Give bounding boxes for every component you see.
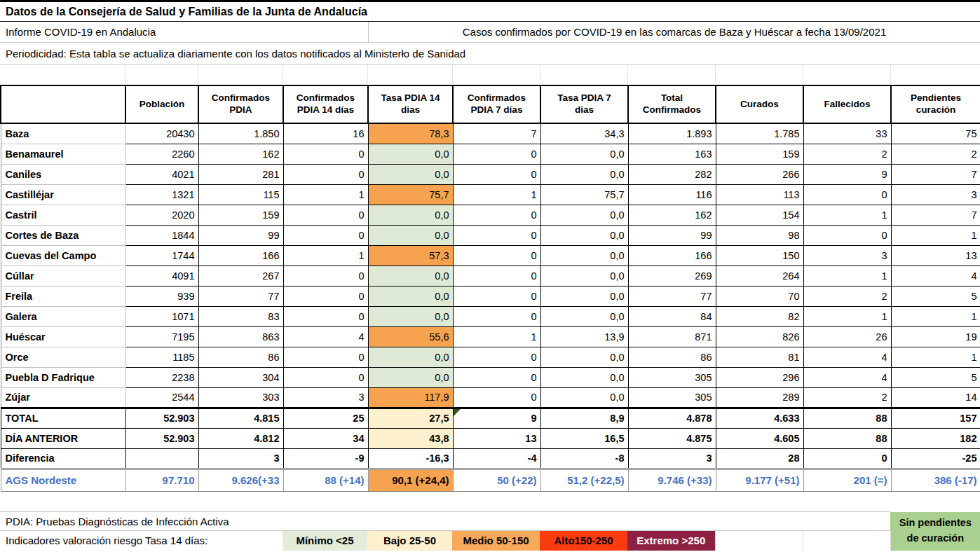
cell[interactable]: 117,9 (368, 387, 453, 408)
cell[interactable]: 52.903 (125, 408, 198, 428)
cell[interactable]: 0,0 (540, 164, 628, 184)
cell[interactable]: 0 (453, 367, 540, 387)
cell[interactable]: 162 (198, 144, 283, 164)
cell[interactable]: 0 (453, 205, 540, 225)
cell[interactable]: 43,8 (368, 428, 453, 448)
cell[interactable]: 88 (803, 408, 891, 428)
cell[interactable]: 81 (716, 347, 803, 367)
cell[interactable]: 4 (803, 347, 891, 367)
cell[interactable]: 3 (283, 387, 368, 408)
cell[interactable]: 75,7 (540, 184, 628, 205)
cell[interactable]: 1 (283, 245, 368, 265)
cell[interactable]: 1 (803, 265, 891, 286)
cell[interactable]: 4.812 (198, 428, 283, 448)
cell[interactable]: 0,0 (540, 306, 628, 326)
cell[interactable]: 871 (628, 326, 716, 347)
cell[interactable]: 826 (716, 326, 803, 347)
cell[interactable]: 5 (891, 367, 980, 387)
cell[interactable]: 77 (628, 286, 716, 306)
cell[interactable]: 4.633 (716, 408, 803, 428)
cell[interactable]: 51,2 (+22,5) (540, 469, 628, 491)
cell[interactable]: 33 (803, 123, 891, 144)
cell[interactable]: 75 (891, 123, 980, 144)
cell[interactable]: 4.875 (628, 428, 716, 448)
cell[interactable]: 82 (716, 306, 803, 326)
column-header[interactable]: Pendientes curación (891, 85, 980, 123)
row-label[interactable]: Cúllar (1, 265, 125, 286)
cell[interactable]: 0 (283, 225, 368, 245)
cell[interactable]: 8,9 (540, 408, 628, 428)
cell[interactable]: -9 (283, 448, 368, 469)
cell[interactable]: 113 (716, 184, 803, 205)
cell[interactable]: 55,6 (368, 326, 453, 347)
cell[interactable]: 5 (891, 286, 980, 306)
cell[interactable]: 7 (891, 164, 980, 184)
row-label[interactable]: Zújar (1, 387, 125, 408)
cell[interactable]: 0,0 (540, 265, 628, 286)
cell[interactable]: 3 (628, 448, 716, 469)
cell[interactable]: 7195 (125, 326, 198, 347)
cell[interactable]: 1 (803, 306, 891, 326)
cell[interactable]: 0,0 (540, 225, 628, 245)
column-header[interactable]: Curados (716, 85, 803, 123)
cell[interactable]: 88 (803, 428, 891, 448)
column-header[interactable]: Confirmados PDIA 14 días (283, 85, 368, 123)
cell[interactable]: 1.850 (198, 123, 283, 144)
cell[interactable]: 266 (716, 164, 803, 184)
cell[interactable]: 77 (198, 286, 283, 306)
sheet-title[interactable]: Datos de la Consejería de Salud y Famili… (0, 0, 980, 22)
cell[interactable]: 157 (891, 408, 980, 428)
cell[interactable]: 166 (198, 245, 283, 265)
row-label[interactable]: Baza (1, 123, 125, 144)
cell[interactable]: 0,0 (368, 225, 453, 245)
corner-cell[interactable] (1, 85, 125, 123)
cell[interactable]: 2020 (125, 205, 198, 225)
cell[interactable]: 267 (198, 265, 283, 286)
cell[interactable]: 0 (283, 306, 368, 326)
cell[interactable]: 1 (283, 184, 368, 205)
cell[interactable]: 2 (803, 286, 891, 306)
cell[interactable]: 2 (803, 387, 891, 408)
cell[interactable]: 0,0 (540, 347, 628, 367)
cell[interactable]: 78,3 (368, 123, 453, 144)
cell[interactable]: 1321 (125, 184, 198, 205)
cell[interactable]: 19 (891, 326, 980, 347)
cell[interactable]: 57,3 (368, 245, 453, 265)
cell[interactable]: 150 (716, 245, 803, 265)
cell[interactable]: 0 (453, 347, 540, 367)
cell[interactable]: 201 (=) (803, 469, 891, 491)
cell[interactable]: 159 (716, 144, 803, 164)
cell[interactable]: 90,1 (+24,4) (368, 469, 453, 491)
cell-with-error-flag-icon[interactable]: 9 (453, 408, 540, 428)
cell[interactable]: 50 (+22) (453, 469, 540, 491)
cell[interactable]: 83 (198, 306, 283, 326)
cell[interactable]: 0 (453, 306, 540, 326)
column-header[interactable]: Población (125, 85, 198, 123)
cell[interactable]: 0,0 (368, 367, 453, 387)
cell[interactable]: 4091 (125, 265, 198, 286)
cell[interactable]: 97.710 (125, 469, 198, 491)
row-label[interactable]: Orce (1, 347, 125, 367)
cell[interactable]: 84 (628, 306, 716, 326)
cell[interactable]: 27,5 (368, 408, 453, 428)
cell[interactable]: 289 (716, 387, 803, 408)
cell[interactable]: 98 (716, 225, 803, 245)
cell[interactable]: 70 (716, 286, 803, 306)
cell[interactable]: 4 (283, 326, 368, 347)
cell[interactable]: 282 (628, 164, 716, 184)
cell[interactable]: 162 (628, 205, 716, 225)
cell[interactable]: 0 (453, 225, 540, 245)
cell[interactable]: 0 (453, 265, 540, 286)
cell[interactable]: 34,3 (540, 123, 628, 144)
cell[interactable]: 4 (891, 265, 980, 286)
cell[interactable]: -16,3 (368, 448, 453, 469)
cell[interactable]: 9.626(+33 (198, 469, 283, 491)
cell[interactable]: 75,7 (368, 184, 453, 205)
cell[interactable]: 281 (198, 164, 283, 184)
cell[interactable]: 86 (628, 347, 716, 367)
cell[interactable]: 3 (891, 184, 980, 205)
cell[interactable]: 0,0 (540, 387, 628, 408)
column-header[interactable]: Tasa PDIA 7 dias (540, 85, 628, 123)
cell[interactable]: 0,0 (540, 286, 628, 306)
cell[interactable]: 25 (283, 408, 368, 428)
